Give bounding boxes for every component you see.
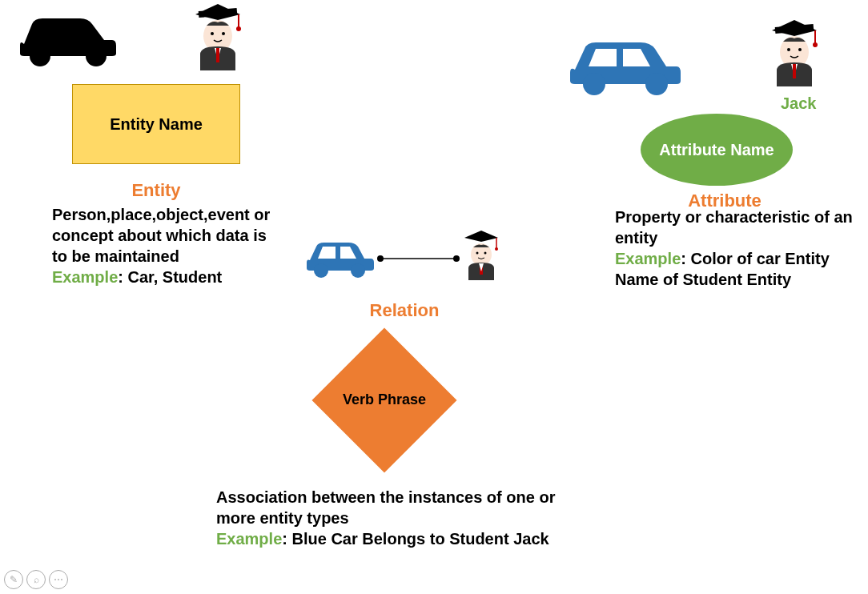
attribute-ellipse-label: Attribute Name	[659, 140, 774, 159]
svg-point-30	[476, 252, 479, 255]
svg-point-23	[377, 255, 384, 262]
entity-desc: Person,place,object,event or concept abo…	[52, 204, 284, 287]
jack-label: Jack	[781, 94, 817, 113]
attribute-desc: Property or characteristic of an entity …	[615, 207, 855, 290]
svg-point-1	[86, 46, 106, 66]
svg-marker-4	[195, 4, 240, 20]
student-icon-top-right	[761, 16, 829, 95]
svg-point-10	[583, 73, 605, 95]
entity-title: Entity	[108, 180, 204, 201]
relation-desc: Association between the instances of one…	[216, 487, 569, 549]
svg-point-31	[484, 252, 487, 255]
bottom-toolbar: ✎ ⌕ ⋯	[4, 570, 68, 589]
car-icon-black	[12, 4, 124, 75]
attribute-ellipse: Attribute Name	[641, 114, 793, 186]
svg-marker-14	[772, 20, 817, 36]
relation-line	[376, 255, 460, 263]
svg-marker-26	[464, 231, 498, 242]
car-icon-blue-small	[300, 232, 376, 283]
svg-point-11	[645, 73, 668, 95]
relation-title: Relation	[356, 300, 452, 321]
svg-point-21	[351, 263, 365, 278]
more-icon[interactable]: ⋯	[49, 570, 68, 589]
magnifier-icon[interactable]: ⌕	[26, 570, 46, 589]
diamond-label: Verb Phrase	[343, 391, 426, 409]
svg-point-20	[314, 263, 328, 278]
svg-point-16	[813, 42, 818, 47]
svg-rect-7	[216, 48, 219, 62]
entity-box: Entity Name	[72, 84, 240, 164]
student-icon-top-left	[184, 0, 252, 79]
svg-rect-17	[793, 64, 796, 78]
svg-point-0	[30, 46, 50, 66]
svg-point-9	[222, 32, 225, 35]
pen-icon[interactable]: ✎	[4, 570, 23, 589]
svg-point-19	[798, 48, 802, 51]
entity-box-label: Entity Name	[110, 115, 203, 134]
relation-diamond: Verb Phrase	[312, 328, 456, 472]
svg-point-28	[495, 247, 498, 251]
student-icon-small	[456, 228, 506, 287]
svg-point-8	[211, 32, 214, 35]
car-icon-blue-top	[561, 28, 689, 103]
svg-point-6	[236, 26, 241, 31]
svg-point-18	[787, 48, 790, 51]
